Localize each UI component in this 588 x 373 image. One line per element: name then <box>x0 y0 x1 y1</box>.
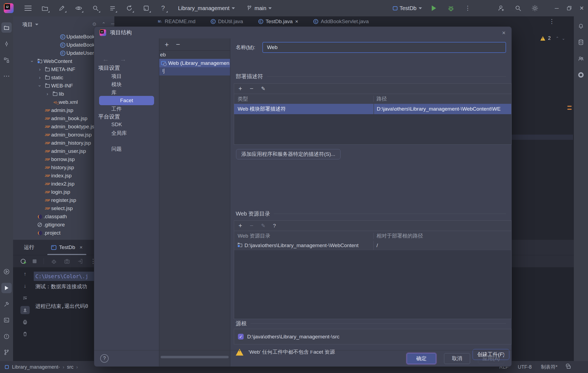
nav-item-global-libraries[interactable]: 全局库 <box>111 130 127 137</box>
version-control-tool-button[interactable] <box>1 347 12 357</box>
resources-row[interactable]: D:\java\others\Library_management-\WebCo… <box>234 241 511 250</box>
branch-selector[interactable]: main <box>246 5 272 11</box>
add-icon[interactable]: + <box>238 85 242 92</box>
run-tab-testdb[interactable]: TestDb × <box>47 240 86 255</box>
remove-icon[interactable]: − <box>176 40 180 49</box>
breadcrumb[interactable]: Library_management- <box>12 364 60 370</box>
run-tool-button[interactable] <box>1 283 12 293</box>
sync-button[interactable] <box>123 2 135 14</box>
commit-tool-button[interactable] <box>1 39 12 49</box>
minimize-button[interactable]: ─ <box>550 2 563 14</box>
nav-item-modules[interactable]: 模块 <box>111 81 122 88</box>
nav-item-problems[interactable]: 问题 <box>111 145 122 153</box>
run-config-selector[interactable]: TestDb <box>393 5 422 11</box>
project-tool-button[interactable] <box>1 22 12 33</box>
soft-wrap-icon[interactable] <box>20 294 30 302</box>
hide-panel-icon[interactable]: ─ <box>111 21 114 27</box>
ok-button[interactable]: 确定 <box>407 353 436 364</box>
checkbox-checked-icon[interactable]: ✓ <box>238 334 244 339</box>
structure-tool-button[interactable] <box>1 55 12 65</box>
forward-icon[interactable]: → <box>120 55 126 63</box>
chevron-down-icon[interactable]: › <box>36 83 44 89</box>
help-button[interactable]: ? <box>100 354 109 363</box>
collaboration-tool-button[interactable] <box>576 53 586 64</box>
gradle-tool-button[interactable] <box>576 70 586 80</box>
remove-icon[interactable]: − <box>250 222 253 229</box>
search-button[interactable] <box>512 2 524 14</box>
print-icon[interactable] <box>20 318 30 326</box>
chevron-up-icon[interactable]: ⌃ <box>556 36 559 41</box>
rerun-icon[interactable] <box>21 259 26 264</box>
more-tools-button[interactable]: ⋯ <box>1 71 12 81</box>
camera-icon[interactable] <box>64 258 70 264</box>
unlock-icon[interactable] <box>567 366 571 369</box>
help-icon[interactable]: ? <box>273 223 276 229</box>
terminal-tool-button[interactable] <box>1 315 12 325</box>
nav-item-artifacts[interactable]: 工件 <box>111 105 122 113</box>
edit-icon[interactable]: ✎ <box>261 86 265 92</box>
window-mode-button[interactable] <box>140 2 152 14</box>
dialog-close-button[interactable]: × <box>502 29 506 37</box>
project-selector[interactable]: Library_management <box>178 5 235 11</box>
tab-addbookservlet[interactable]: C AddBookServlet.java <box>313 19 369 25</box>
close-tab-icon[interactable]: × <box>79 244 82 250</box>
exit-icon[interactable] <box>77 258 83 264</box>
search-everywhere-button[interactable] <box>90 2 102 14</box>
encoding-widget[interactable]: UTF-8 <box>518 364 532 370</box>
tab-dbutil[interactable]: C DbUtil.java <box>211 19 243 25</box>
close-tab-icon[interactable]: × <box>295 19 298 25</box>
debug-button[interactable] <box>445 2 457 14</box>
chevron-down-icon[interactable]: › <box>28 59 36 64</box>
inspection-widget[interactable]: 2 ⌃ ⌄ <box>540 35 565 41</box>
facet-item-partial[interactable]: 刂 <box>159 67 230 75</box>
maximize-button[interactable] <box>563 2 575 14</box>
down-stack-icon[interactable]: ↓ <box>20 282 30 290</box>
tab-options-button[interactable]: ⋮ <box>549 18 555 25</box>
add-descriptor-button[interactable]: 添加应用程序和服务器特定的描述符(S)... <box>236 149 341 159</box>
chevron-down-icon[interactable]: ⌄ <box>562 36 565 41</box>
code-with-me-button[interactable] <box>495 2 507 14</box>
nav-item-facets[interactable]: Facet <box>99 96 154 105</box>
notifications-button[interactable] <box>576 21 586 31</box>
stop-icon[interactable] <box>33 259 36 263</box>
nav-item-sdk[interactable]: SDK <box>111 122 122 128</box>
facet-item-web[interactable]: Web (Library_managemen <box>159 59 230 67</box>
cancel-button[interactable]: 取消 <box>444 353 470 364</box>
more-actions-button[interactable]: ⋮ <box>462 2 474 14</box>
settings-button[interactable] <box>529 2 541 14</box>
breadcrumb[interactable]: src <box>67 364 74 370</box>
locate-icon[interactable]: ⊙ <box>92 21 96 27</box>
remove-icon[interactable]: − <box>250 85 253 92</box>
tab-testdb[interactable]: C TestDb.java × <box>258 19 298 25</box>
chevron-right-icon[interactable]: › <box>36 67 44 72</box>
bug-icon[interactable] <box>51 258 57 264</box>
problems-tool-button[interactable] <box>1 331 12 342</box>
nav-item-project[interactable]: 项目 <box>111 73 122 80</box>
back-icon[interactable]: ← <box>102 55 109 63</box>
lines-button[interactable] <box>106 2 118 14</box>
deployment-row[interactable]: Web 模块部署描述符 D:\java\others\Library_manag… <box>234 104 511 114</box>
build-tool-button[interactable] <box>1 299 12 310</box>
project-widget-button[interactable] <box>39 2 51 14</box>
source-roots-row[interactable]: ✓ D:\java\others\Library_management-\src <box>234 329 512 344</box>
indent-widget[interactable]: 制表符* <box>541 364 558 370</box>
tab-readme[interactable]: M↓ README.md <box>158 19 195 25</box>
chevron-right-icon[interactable]: › <box>36 75 44 80</box>
clear-icon[interactable] <box>20 330 30 338</box>
help-button[interactable]: ? <box>157 2 169 14</box>
database-tool-button[interactable] <box>576 37 586 47</box>
add-icon[interactable]: + <box>165 40 169 49</box>
add-icon[interactable]: + <box>238 222 242 229</box>
chevron-right-icon[interactable]: › <box>44 91 51 97</box>
main-menu-button[interactable] <box>22 2 34 14</box>
nav-item-libraries[interactable]: 库 <box>111 89 117 96</box>
up-stack-icon[interactable]: ↑ <box>20 270 30 278</box>
facet-name-input[interactable]: Web <box>262 42 506 53</box>
facet-group[interactable]: eb <box>159 51 230 59</box>
close-button[interactable]: ✕ <box>575 2 588 14</box>
view-button[interactable] <box>73 2 85 14</box>
edit-icon[interactable]: ✎ <box>261 223 265 229</box>
run-button[interactable] <box>428 2 440 14</box>
services-tool-button[interactable] <box>1 266 12 277</box>
edit-button[interactable] <box>56 2 68 14</box>
